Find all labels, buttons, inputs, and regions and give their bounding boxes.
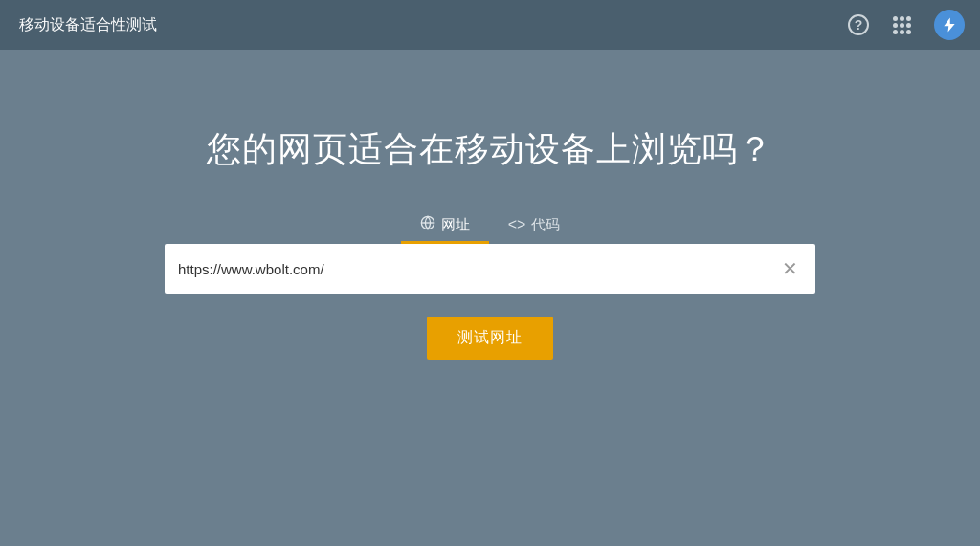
lightning-svg [941,16,958,33]
tab-code-label: 代码 [531,216,560,234]
help-icon[interactable]: ? [848,14,869,35]
page-heading: 您的网页适合在移动设备上浏览吗？ [207,126,773,173]
app-title: 移动设备适合性测试 [19,15,157,35]
pagespeed-icon[interactable] [934,10,965,40]
tab-url-label: 网址 [441,216,470,234]
globe-icon [420,215,435,234]
apps-icon[interactable] [886,10,917,40]
grid-icon [893,16,911,34]
test-button[interactable]: 测试网址 [427,317,553,360]
main-content: 您的网页适合在移动设备上浏览吗？ 网址 <> 代码 ✕ 测试网址 [0,50,980,360]
clear-button[interactable]: ✕ [778,259,802,278]
tab-url[interactable]: 网址 [401,207,489,244]
url-input-container: ✕ [165,244,815,294]
url-input[interactable] [178,261,778,277]
code-icon: <> [508,216,526,233]
tab-bar: 网址 <> 代码 [401,207,580,244]
header-actions: ? [848,10,965,40]
tab-code[interactable]: <> 代码 [489,208,580,244]
header: 移动设备适合性测试 ? [0,0,980,50]
